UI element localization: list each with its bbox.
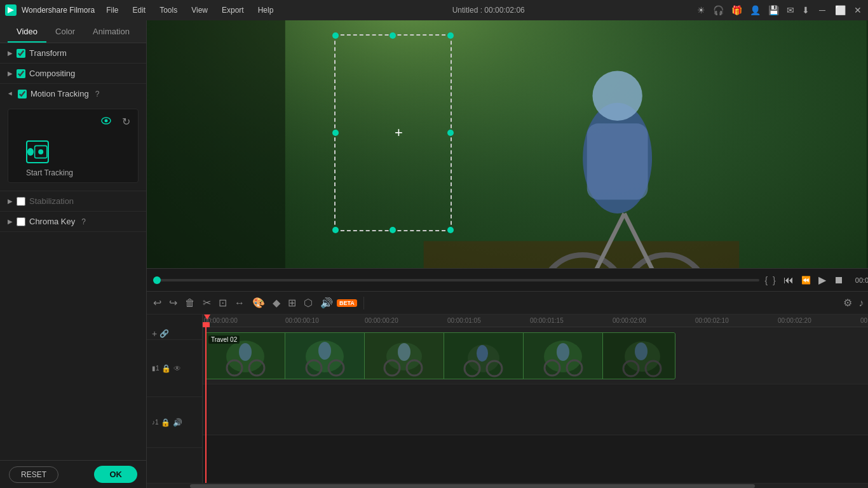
maximize-button[interactable]: ⬜ xyxy=(835,5,845,15)
audio-eye-icon[interactable]: 🔊 xyxy=(173,418,182,427)
step-frame-back-button[interactable]: ⏪ xyxy=(799,274,813,286)
bracket-left-button[interactable]: { xyxy=(764,275,768,285)
app-logo xyxy=(5,4,17,16)
download-icon[interactable]: ⬇ xyxy=(802,5,810,15)
tracking-eye-button[interactable] xyxy=(98,114,114,129)
compositing-header[interactable]: ▶ Compositing xyxy=(0,64,146,83)
tab-color[interactable]: Color xyxy=(46,22,84,43)
color-button[interactable]: 🎨 xyxy=(251,295,266,310)
property-tabs: Video Color Animation xyxy=(0,20,146,43)
minimize-button[interactable]: ─ xyxy=(817,5,827,15)
chroma-key-help-icon[interactable]: ? xyxy=(81,217,86,226)
motion-tracking-checkbox[interactable] xyxy=(18,90,27,98)
track-settings-button[interactable]: ⚙ xyxy=(842,295,853,310)
timeline-tracks: 00:00:00:00 00:00:00:10 00:00:00:20 00:0… xyxy=(203,315,868,483)
motion-tracking-help-icon[interactable]: ? xyxy=(95,90,100,98)
preview-scene xyxy=(147,20,868,268)
tab-video[interactable]: Video xyxy=(8,22,46,43)
add-track-bar: + 🔗 xyxy=(147,327,202,340)
tracking-refresh-button[interactable]: ↻ xyxy=(119,114,133,129)
menu-view[interactable]: View xyxy=(185,3,214,17)
play-button[interactable]: ▶ xyxy=(816,273,829,287)
video-track-label-row: ▮1 🔒 👁 xyxy=(147,340,202,397)
svg-point-23 xyxy=(239,343,252,361)
start-tracking-label: Start Tracking xyxy=(26,168,73,177)
audio-toolbar-group: 🔊 BETA xyxy=(319,295,357,310)
undo-button[interactable]: ↩ xyxy=(152,295,163,310)
lock-icon[interactable]: 🔒 xyxy=(161,364,171,373)
menu-help[interactable]: Help xyxy=(252,3,280,17)
motion-tracking-toolbar: ↻ xyxy=(13,114,133,129)
chroma-key-checkbox[interactable] xyxy=(17,217,25,226)
tab-animation[interactable]: Animation xyxy=(84,22,139,43)
timeline-right-toolbar: ⚙ ♪ 🎤 🎛 ⊡ - + ⏸ xyxy=(842,295,868,310)
split-button[interactable]: ⊞ xyxy=(287,295,297,310)
timeline-scrubber[interactable] xyxy=(153,279,760,281)
stabilization-section: ▶ Stabilization xyxy=(0,191,146,212)
link-track-button[interactable]: 🔗 xyxy=(159,329,169,338)
svg-point-2 xyxy=(104,119,107,122)
ts-mark-4: 00:00:01:15 xyxy=(530,317,564,324)
brightness-icon[interactable]: ☀ xyxy=(697,5,705,15)
audio-snap-button[interactable]: 🔊 xyxy=(319,295,334,310)
stabilization-header[interactable]: ▶ Stabilization xyxy=(0,191,146,211)
audio-track-number: ♪1 xyxy=(152,419,159,426)
svg-point-12 xyxy=(592,71,642,121)
timeline-toolbar: ↩ ↪ 🗑 ✂ ⊡ ↔ 🎨 ◆ ⊞ ⬡ 🔊 BETA ⚙ ♪ xyxy=(147,292,868,315)
redo-button[interactable]: ↪ xyxy=(168,295,179,310)
delete-button[interactable]: 🗑 xyxy=(184,296,196,310)
add-track-button[interactable]: + xyxy=(152,329,157,339)
stop-button[interactable]: ⏹ xyxy=(831,273,846,287)
menu-export[interactable]: Export xyxy=(215,3,250,17)
compositing-checkbox[interactable] xyxy=(17,69,25,78)
titlebar: Wondershare Filmora File Edit Tools View… xyxy=(0,0,868,20)
scrollbar-thumb[interactable] xyxy=(190,484,755,488)
video-track: Travel 02 xyxy=(203,327,868,384)
crop-button[interactable]: ⊡ xyxy=(217,295,228,310)
eye-icon[interactable]: 👁 xyxy=(173,364,181,373)
speed-button[interactable]: ↔ xyxy=(233,296,246,310)
video-track-number: ▮1 xyxy=(152,365,159,372)
motion-tracking-center: Start Tracking xyxy=(13,134,133,177)
menu-edit[interactable]: Edit xyxy=(126,3,153,17)
audio-lock-icon[interactable]: 🔒 xyxy=(161,418,170,427)
menu-bar: File Edit Tools View Export Help xyxy=(100,3,280,17)
menu-tools[interactable]: Tools xyxy=(153,3,184,17)
cut-button[interactable]: ✂ xyxy=(201,295,212,310)
video-preview: + xyxy=(147,20,868,268)
timeline-scrollbar xyxy=(147,483,868,488)
toolbar-separator xyxy=(363,297,364,309)
app-name: Wondershare Filmora xyxy=(22,6,95,15)
tracking-target-icon[interactable] xyxy=(26,140,49,163)
svg-point-38 xyxy=(477,345,488,362)
music-button[interactable]: ♪ xyxy=(857,296,865,310)
headphone-icon[interactable]: 🎧 xyxy=(713,5,724,15)
ts-mark-8: 00:00:03:05 xyxy=(860,317,868,324)
menu-file[interactable]: File xyxy=(100,3,125,17)
user-icon[interactable]: 👤 xyxy=(750,5,761,15)
reset-button[interactable]: RESET xyxy=(9,466,58,483)
timescale: 00:00:00:00 00:00:00:10 00:00:00:20 00:0… xyxy=(203,315,868,327)
clip-thumb-6 xyxy=(603,333,675,379)
transform-header[interactable]: ▶ Transform xyxy=(0,43,146,63)
ts-mark-7: 00:00:02:20 xyxy=(778,317,811,324)
step-back-button[interactable]: ⏮ xyxy=(781,273,796,287)
close-button[interactable]: ✕ xyxy=(853,5,863,15)
stabilization-checkbox[interactable] xyxy=(17,197,25,206)
transform-label: Transform xyxy=(29,48,67,58)
bracket-right-button[interactable]: } xyxy=(773,275,776,285)
mask-button[interactable]: ⬡ xyxy=(302,295,314,310)
keyframe-button[interactable]: ◆ xyxy=(271,295,281,310)
mail-icon[interactable]: ✉ xyxy=(787,5,794,15)
bottom-bar: RESET OK xyxy=(0,460,146,488)
ts-mark-2: 00:00:00:20 xyxy=(365,317,398,324)
motion-tracking-header[interactable]: ▼ Motion Tracking ? xyxy=(0,84,146,104)
window-title: Untitled : 00:00:02:06 xyxy=(452,6,525,15)
gift-icon[interactable]: 🎁 xyxy=(731,5,742,15)
transform-checkbox[interactable] xyxy=(17,49,25,58)
video-clip[interactable]: Travel 02 xyxy=(205,332,675,379)
chroma-key-header[interactable]: ▶ Chroma Key ? xyxy=(0,212,146,231)
ok-button[interactable]: OK xyxy=(94,466,137,483)
playback-controls: ⏮ ⏪ ▶ ⏹ xyxy=(781,273,846,287)
save-icon[interactable]: 💾 xyxy=(768,5,779,15)
